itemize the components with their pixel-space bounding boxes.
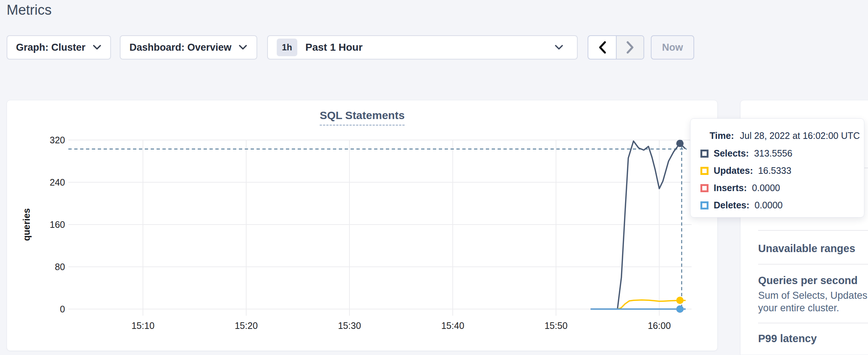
x-tick-label: 15:30: [338, 320, 361, 331]
x-tick-label: 15:10: [132, 320, 155, 331]
chevron-down-icon: [554, 44, 564, 51]
x-tick-label: 15:40: [441, 320, 465, 331]
y-tick-label: 80: [55, 262, 65, 272]
tooltip-series-label: Selects:: [714, 148, 749, 159]
y-tick-label: 160: [50, 219, 65, 230]
previous-time-button[interactable]: [588, 36, 616, 59]
next-time-button[interactable]: [616, 36, 643, 59]
highlight-dot-deletes: [676, 305, 684, 313]
tooltip-series-value: 16.5333: [758, 165, 791, 176]
series-color-swatch-icon: [700, 184, 709, 192]
tooltip-time-label: Time:: [710, 130, 734, 141]
dashboard-dropdown[interactable]: Dashboard: Overview: [120, 35, 257, 60]
series-color-swatch-icon: [700, 167, 709, 175]
divider: [758, 323, 868, 323]
highlight-dot-updates: [676, 297, 684, 304]
sidebar-item-unavailable-ranges: Unavailable ranges: [758, 243, 855, 255]
y-tick-label: 0: [60, 304, 65, 314]
divider: [758, 230, 868, 231]
chart-tooltip: Time:Jul 28, 2022 at 16:02:00 UTC Select…: [690, 118, 864, 218]
time-range-badge: 1h: [277, 39, 297, 56]
page-title: Metrics: [7, 2, 51, 18]
tooltip-series-row: Deletes:0.0000: [700, 200, 783, 211]
time-range-label: Past 1 Hour: [305, 42, 363, 53]
series-color-swatch-icon: [700, 150, 709, 158]
chevron-down-icon: [92, 44, 102, 51]
tooltip-series-label: Inserts:: [714, 183, 747, 193]
graph-dropdown-label: Graph: Cluster: [16, 42, 85, 53]
now-button[interactable]: Now: [651, 35, 694, 60]
highlight-dot-selects: [676, 140, 684, 147]
y-axis-label: queries: [21, 208, 32, 241]
series-line-updates: [617, 300, 685, 309]
sidebar-item-description-line: Sum of Selects, Updates, Inser: [758, 290, 868, 301]
tooltip-series-label: Deletes:: [714, 200, 749, 211]
tooltip-series-value: 313.5556: [754, 148, 792, 159]
tooltip-series-row: Updates:16.5333: [700, 165, 791, 176]
now-button-label: Now: [662, 42, 683, 53]
tooltip-series-row: Inserts:0.0000: [700, 183, 780, 193]
x-tick-label: 16:00: [648, 320, 671, 331]
dashboard-dropdown-label: Dashboard: Overview: [129, 42, 232, 53]
tooltip-time-row: Time:Jul 28, 2022 at 16:02:00 UTC: [710, 130, 860, 141]
sidebar-item-description-line: your entire cluster.: [758, 302, 839, 314]
tooltip-series-row: Selects:313.5556: [700, 148, 792, 159]
tooltip-series-label: Updates:: [714, 165, 753, 176]
sidebar-item-p99-latency: P99 latency: [758, 333, 817, 345]
tooltip-series-value: 0.0000: [752, 183, 780, 193]
sql-statements-chart[interactable]: 08016024032015:1015:2015:3015:4015:5016:…: [7, 100, 718, 351]
sidebar-item-queries-per-second: Queries per second: [758, 275, 858, 287]
chevron-left-icon: [598, 41, 607, 54]
series-line-selects: [591, 141, 685, 309]
tooltip-time-value: Jul 28, 2022 at 16:02:00 UTC: [740, 130, 860, 141]
chevron-right-icon: [626, 41, 635, 54]
time-range-selector[interactable]: 1h Past 1 Hour: [267, 35, 578, 60]
graph-dropdown[interactable]: Graph: Cluster: [7, 35, 111, 60]
x-tick-label: 15:20: [235, 320, 258, 331]
sql-statements-card: SQL Statements 08016024032015:1015:2015:…: [7, 100, 718, 351]
time-step-buttons: [588, 35, 644, 60]
metrics-page: Metrics Graph: Cluster Dashboard: Overvi…: [0, 0, 868, 355]
series-color-swatch-icon: [700, 201, 709, 209]
x-tick-label: 15:50: [545, 320, 568, 331]
chevron-down-icon: [238, 44, 248, 51]
y-tick-label: 320: [50, 135, 65, 145]
y-tick-label: 240: [50, 177, 65, 187]
tooltip-series-value: 0.0000: [754, 200, 782, 211]
divider: [758, 264, 868, 265]
